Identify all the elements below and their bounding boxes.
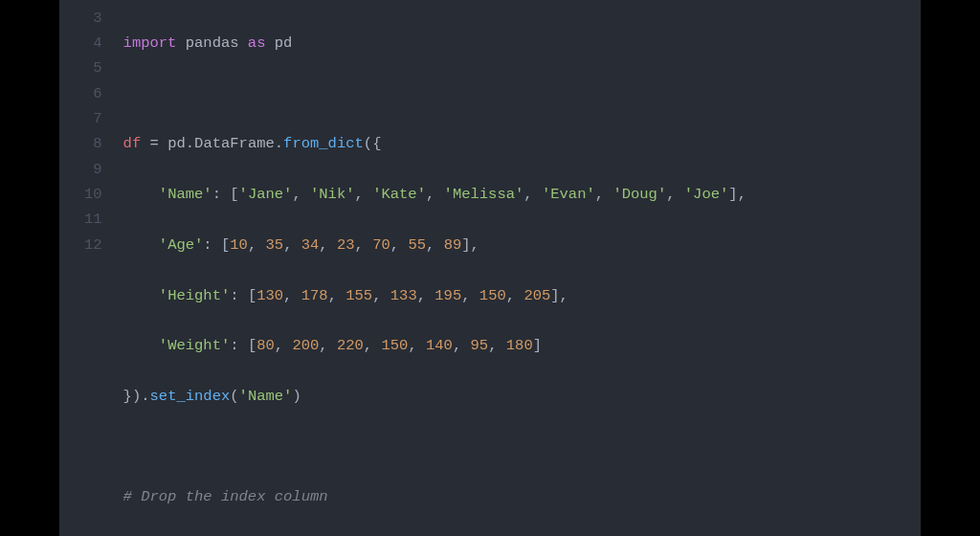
class: DataFrame (194, 135, 275, 152)
line-number: 9 (84, 157, 102, 182)
line-number: 3 (84, 6, 102, 31)
comment: # Drop the index column (123, 488, 328, 505)
code-line: 'Age': [10, 35, 34, 23, 70, 55, 89], (123, 233, 746, 257)
dict-key: 'Height' (159, 287, 230, 304)
dict-key: 'Age' (159, 236, 204, 254)
line-number: 6 (84, 81, 102, 106)
code-line: 'Weight': [80, 200, 220, 150, 140, 95, 1… (123, 333, 746, 358)
module: pandas (186, 34, 239, 52)
code-line: import pandas as pd (123, 31, 746, 56)
keyword: import (123, 34, 177, 52)
code-line: df = pd.DataFrame.from_dict({ (123, 131, 746, 156)
code-line: # Drop the index column (123, 484, 746, 509)
dict-key: 'Name' (159, 186, 212, 203)
dict-key: 'Weight' (159, 337, 230, 354)
line-numbers: 1 2 3 4 5 6 7 8 9 10 11 12 (84, 0, 123, 536)
keyword: as (248, 34, 266, 52)
object: pd (167, 135, 186, 152)
alias: pd (275, 34, 293, 52)
code-window: 1 2 3 4 5 6 7 8 9 10 11 12 # Drop a Pand… (59, 0, 921, 536)
line-number: 11 (84, 207, 102, 232)
variable: df (123, 135, 142, 152)
code-line: # Drop a Pandas Dataframe Index Column (… (123, 0, 746, 6)
line-number: 10 (84, 182, 102, 207)
code-content[interactable]: # Drop a Pandas Dataframe Index Column (… (123, 0, 746, 536)
code-line: }).set_index('Name') (123, 384, 746, 409)
line-number: 7 (84, 106, 102, 131)
line-number: 8 (84, 131, 102, 156)
code-line: 'Height': [130, 178, 155, 133, 195, 150,… (123, 283, 746, 308)
line-number: 4 (84, 31, 102, 56)
code-line (123, 435, 746, 459)
method: from_dict (283, 135, 364, 152)
line-number: 12 (84, 233, 102, 257)
code-line (123, 81, 746, 106)
line-number: 5 (84, 56, 102, 80)
editor: 1 2 3 4 5 6 7 8 9 10 11 12 # Drop a Pand… (84, 0, 896, 536)
code-line: 'Name': ['Jane', 'Nik', 'Kate', 'Melissa… (123, 182, 746, 207)
comment: # Drop a Pandas Dataframe Index Column (… (123, 0, 568, 1)
method: set_index (150, 388, 231, 405)
operator: = (150, 135, 159, 152)
